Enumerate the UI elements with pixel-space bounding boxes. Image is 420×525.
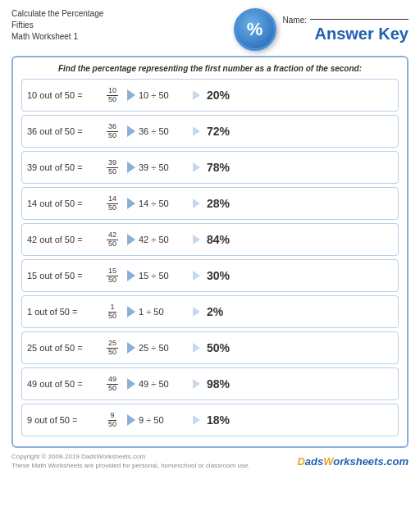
instructions: Find the percentage representing the fir… — [21, 64, 399, 73]
fraction-numerator: 39 — [107, 159, 118, 168]
result-value: 78% — [207, 161, 230, 174]
fraction-denominator: 50 — [107, 168, 118, 176]
fraction: 1 50 — [101, 304, 124, 321]
table-row: 42 out of 50 = 42 50 42 ÷ 50 84% — [21, 223, 399, 256]
arrow-small-icon — [193, 379, 200, 389]
fraction-numerator: 15 — [107, 267, 118, 276]
fraction-denominator: 50 — [107, 313, 118, 321]
division-expression: 9 ÷ 50 — [139, 415, 189, 425]
fraction: 36 50 — [101, 123, 124, 140]
arrow-icon — [127, 378, 135, 390]
header: Calculate the Percentage Fifties Math Wo… — [11, 8, 409, 51]
header-right: % Name: Answer Key — [234, 8, 409, 51]
result-value: 98% — [207, 377, 230, 390]
fraction-denominator: 50 — [107, 96, 118, 104]
result-value: 2% — [207, 305, 223, 318]
footer: Copyright © 2008-2019 DadsWorksheets.com… — [11, 452, 409, 470]
arrow-icon — [127, 126, 135, 137]
arrow-icon — [127, 270, 135, 281]
arrow-small-icon — [193, 307, 200, 317]
fraction: 49 50 — [101, 376, 124, 393]
table-row: 36 out of 50 = 36 50 36 ÷ 50 72% — [21, 115, 399, 148]
arrow-small-icon — [193, 162, 200, 172]
page: Calculate the Percentage Fifties Math Wo… — [0, 0, 420, 525]
problem-text: 49 out of 50 = — [27, 379, 101, 389]
fraction: 14 50 — [101, 195, 124, 212]
table-row: 15 out of 50 = 15 50 15 ÷ 50 30% — [21, 259, 399, 292]
division-expression: 39 ÷ 50 — [139, 162, 189, 172]
fraction-numerator: 49 — [107, 376, 118, 385]
footer-copyright: Copyright © 2008-2019 DadsWorksheets.com — [11, 452, 250, 461]
problem-text: 15 out of 50 = — [27, 271, 101, 281]
name-label: Name: — [283, 16, 307, 25]
problem-text: 39 out of 50 = — [27, 162, 101, 172]
arrow-small-icon — [193, 271, 200, 281]
problem-text: 10 out of 50 = — [27, 90, 101, 100]
fraction-denominator: 50 — [107, 204, 118, 212]
fraction: 25 50 — [101, 340, 124, 357]
result-value: 28% — [207, 197, 230, 210]
fraction: 15 50 — [101, 267, 124, 285]
fraction-numerator: 42 — [107, 231, 118, 240]
table-row: 49 out of 50 = 49 50 49 ÷ 50 98% — [21, 368, 399, 400]
table-row: 14 out of 50 = 14 50 14 ÷ 50 28% — [21, 187, 399, 220]
arrow-small-icon — [193, 126, 200, 136]
problem-text: 25 out of 50 = — [27, 343, 101, 353]
division-expression: 1 ÷ 50 — [139, 307, 189, 317]
arrow-small-icon — [193, 415, 200, 425]
problem-text: 14 out of 50 = — [27, 199, 101, 208]
fraction-denominator: 50 — [107, 349, 118, 357]
fraction-numerator: 36 — [107, 123, 118, 132]
table-row: 9 out of 50 = 9 50 9 ÷ 50 18% — [21, 404, 399, 436]
arrow-small-icon — [193, 235, 200, 244]
answer-key-label: Answer Key — [315, 25, 409, 43]
problems-container: 10 out of 50 = 10 50 10 ÷ 50 20% 36 out … — [21, 79, 399, 436]
footer-note: These Math Worksheets are provided for p… — [11, 461, 250, 470]
arrow-icon — [127, 234, 135, 245]
division-expression: 42 ÷ 50 — [139, 235, 189, 244]
fraction-denominator: 50 — [107, 132, 118, 140]
table-row: 10 out of 50 = 10 50 10 ÷ 50 20% — [21, 79, 399, 112]
table-row: 39 out of 50 = 39 50 39 ÷ 50 78% — [21, 151, 399, 184]
worksheet-box: Find the percentage representing the fir… — [11, 56, 409, 448]
division-expression: 25 ÷ 50 — [139, 343, 189, 353]
result-value: 72% — [207, 125, 230, 138]
arrow-small-icon — [193, 199, 200, 208]
fraction-denominator: 50 — [107, 276, 118, 285]
fraction: 39 50 — [101, 159, 124, 176]
arrow-icon — [127, 342, 135, 354]
table-row: 1 out of 50 = 1 50 1 ÷ 50 2% — [21, 295, 399, 328]
fraction-denominator: 50 — [107, 385, 118, 393]
problem-text: 9 out of 50 = — [27, 415, 101, 425]
arrow-small-icon — [193, 343, 200, 353]
arrow-icon — [127, 89, 135, 101]
fraction: 42 50 — [101, 231, 124, 249]
table-row: 25 out of 50 = 25 50 25 ÷ 50 50% — [21, 331, 399, 364]
name-line — [310, 19, 409, 20]
result-value: 30% — [207, 269, 230, 282]
division-expression: 36 ÷ 50 — [139, 126, 189, 136]
division-expression: 49 ÷ 50 — [139, 379, 189, 389]
arrow-icon — [127, 414, 135, 426]
problem-text: 36 out of 50 = — [27, 126, 101, 136]
arrow-icon — [127, 198, 135, 209]
fraction-numerator: 10 — [107, 87, 118, 96]
fraction-numerator: 9 — [108, 412, 116, 421]
division-expression: 14 ÷ 50 — [139, 199, 189, 208]
fraction-numerator: 1 — [108, 304, 116, 313]
footer-text: Copyright © 2008-2019 DadsWorksheets.com… — [11, 452, 250, 470]
problem-text: 42 out of 50 = — [27, 235, 101, 244]
fraction: 10 50 — [101, 87, 124, 104]
arrow-icon — [127, 162, 135, 173]
fraction-denominator: 50 — [107, 240, 118, 249]
fraction: 9 50 — [101, 412, 124, 429]
fraction-numerator: 14 — [107, 195, 118, 204]
percent-badge: % — [234, 8, 276, 51]
result-value: 18% — [207, 413, 230, 427]
fraction-denominator: 50 — [107, 421, 118, 429]
fraction-numerator: 25 — [107, 340, 118, 349]
arrow-icon — [127, 306, 135, 317]
worksheet-number: Math Worksheet 1 — [11, 31, 103, 43]
worksheet-title: Calculate the Percentage — [11, 8, 103, 20]
result-value: 84% — [207, 233, 230, 246]
